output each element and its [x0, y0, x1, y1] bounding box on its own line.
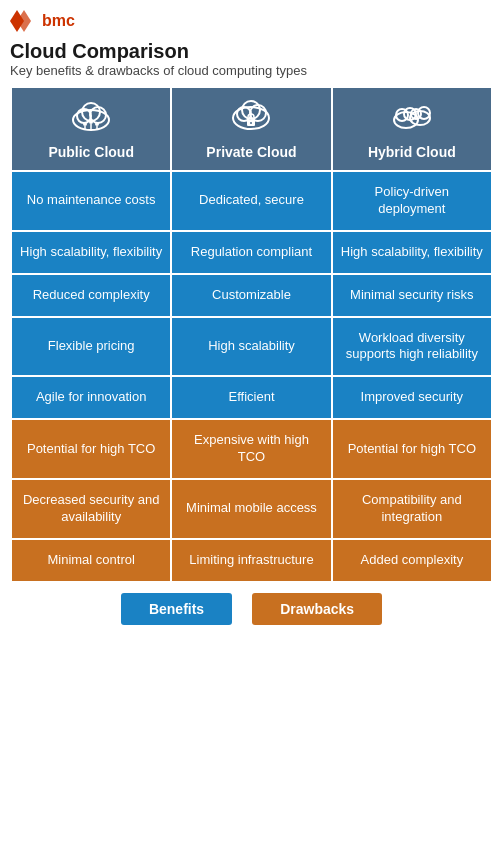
page-subtitle: Key benefits & drawbacks of cloud comput…	[10, 63, 493, 78]
svg-point-7	[89, 120, 93, 124]
benefit-hybrid-2: High scalability, flexibility	[332, 231, 492, 274]
svg-point-17	[250, 122, 252, 124]
col-label-public: Public Cloud	[48, 144, 134, 160]
comparison-table: Public Cloud	[10, 86, 493, 583]
benefit-public-5: Agile for innovation	[11, 376, 171, 419]
benefit-public-4: Flexible pricing	[11, 317, 171, 377]
benefit-public-1: No maintenance costs	[11, 171, 171, 231]
drawback-public-1: Potential for high TCO	[11, 419, 171, 479]
header-row: Public Cloud	[11, 87, 492, 171]
drawback-hybrid-3: Added complexity	[332, 539, 492, 582]
drawback-public-3: Minimal control	[11, 539, 171, 582]
brand-name: bmc	[42, 12, 75, 30]
benefit-row-3: Reduced complexityCustomizableMinimal se…	[11, 274, 492, 317]
title-section: Cloud Comparison Key benefits & drawback…	[10, 40, 493, 78]
col-label-private: Private Cloud	[206, 144, 296, 160]
benefit-hybrid-1: Policy-driven deployment	[332, 171, 492, 231]
private-cloud-icon	[178, 98, 324, 140]
benefit-hybrid-5: Improved security	[332, 376, 492, 419]
benefit-row-5: Agile for innovationEfficientImproved se…	[11, 376, 492, 419]
hybrid-cloud-icon	[339, 98, 485, 140]
bmc-logo-icon	[10, 10, 38, 32]
svg-marker-1	[17, 10, 31, 32]
drawback-row-3: Minimal controlLimiting infrastructureAd…	[11, 539, 492, 582]
drawback-public-2: Decreased security and availability	[11, 479, 171, 539]
drawback-hybrid-1: Potential for high TCO	[332, 419, 492, 479]
svg-point-6	[83, 122, 87, 126]
cloud-table: Public Cloud	[10, 86, 493, 583]
legend-benefits: Benefits	[121, 593, 232, 625]
drawback-private-3: Limiting infrastructure	[171, 539, 331, 582]
benefit-public-2: High scalability, flexibility	[11, 231, 171, 274]
drawback-row-2: Decreased security and availabilityMinim…	[11, 479, 492, 539]
legend: Benefits Drawbacks	[10, 593, 493, 625]
drawback-private-1: Expensive with high TCO	[171, 419, 331, 479]
svg-point-8	[95, 122, 99, 126]
drawback-row-1: Potential for high TCOExpensive with hig…	[11, 419, 492, 479]
col-header-private: Private Cloud	[171, 87, 331, 171]
benefit-hybrid-4: Workload diversity supports high reliabi…	[332, 317, 492, 377]
public-cloud-icon	[18, 98, 164, 140]
benefit-private-1: Dedicated, secure	[171, 171, 331, 231]
benefit-row-1: No maintenance costsDedicated, securePol…	[11, 171, 492, 231]
drawback-hybrid-2: Compatibility and integration	[332, 479, 492, 539]
legend-drawbacks: Drawbacks	[252, 593, 382, 625]
benefit-private-5: Efficient	[171, 376, 331, 419]
benefit-public-3: Reduced complexity	[11, 274, 171, 317]
benefit-private-2: Regulation compliant	[171, 231, 331, 274]
drawback-private-2: Minimal mobile access	[171, 479, 331, 539]
col-header-hybrid: Hybrid Cloud	[332, 87, 492, 171]
bmc-logo: bmc	[10, 10, 493, 32]
benefit-private-3: Customizable	[171, 274, 331, 317]
col-label-hybrid: Hybrid Cloud	[368, 144, 456, 160]
page-title: Cloud Comparison	[10, 40, 493, 63]
benefit-private-4: High scalability	[171, 317, 331, 377]
benefit-row-4: Flexible pricingHigh scalabilityWorkload…	[11, 317, 492, 377]
benefit-row-2: High scalability, flexibilityRegulation …	[11, 231, 492, 274]
benefit-hybrid-3: Minimal security risks	[332, 274, 492, 317]
col-header-public: Public Cloud	[11, 87, 171, 171]
table-body: No maintenance costsDedicated, securePol…	[11, 171, 492, 582]
